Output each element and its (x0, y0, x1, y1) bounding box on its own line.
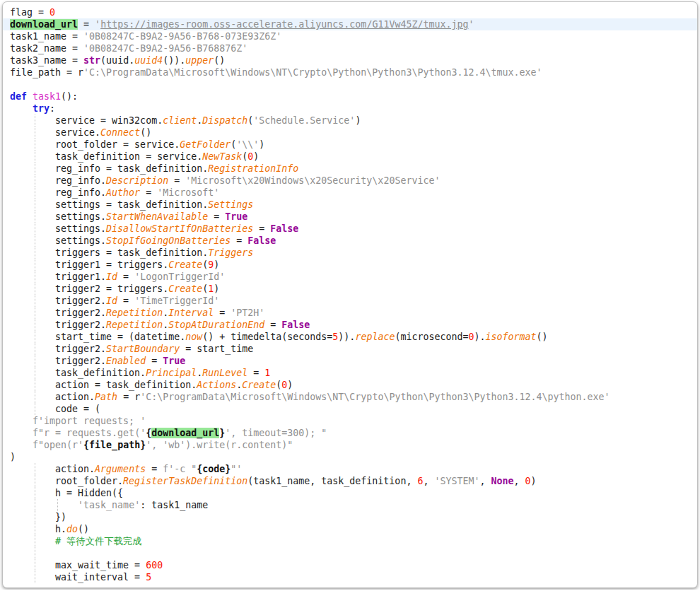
code-token-attr: Connect (100, 127, 140, 138)
code-token-string: 'PT2H' (231, 308, 264, 318)
code-token-plain: reg_info. (10, 175, 106, 186)
code-token-plain: flag = (10, 7, 49, 18)
code-token-plain: action. (10, 392, 95, 402)
code-token-plain: = (117, 271, 134, 282)
code-line: trigger2.Enabled = True (3, 355, 697, 367)
code-token-plain: ) (355, 115, 361, 126)
code-token-plain: () (78, 524, 89, 534)
code-token-builtin: None (491, 476, 514, 486)
code-token-attr: upper (185, 55, 214, 66)
code-token-number: 0 (469, 332, 474, 342)
code-token-plain: , (423, 476, 434, 486)
code-token-builtin: str (83, 55, 100, 66)
indent-guide (35, 499, 35, 511)
code-token-attr: isoformat (486, 332, 537, 342)
code-token-attr: Id (106, 296, 117, 306)
indent-guide (35, 259, 35, 271)
indent-guide (35, 355, 35, 367)
code-token-plain: () + timedelta(seconds= (202, 332, 332, 342)
code-line: settings.StopIfGoingOnBatteries = False (3, 235, 697, 247)
code-line: reg_info = task_definition.RegistrationI… (3, 163, 697, 175)
url-link[interactable]: https://images-room.oss-accelerate.aliyu… (100, 19, 468, 30)
code-line (3, 547, 697, 559)
code-token-plain: trigger2. (10, 356, 106, 366)
code-line: # 等待文件下载完成 (3, 535, 697, 547)
code-token-string: 'LogonTriggerId' (134, 271, 225, 282)
code-line: 'task_name': task1_name (3, 499, 697, 511)
code-token-string: '0B08247C-B9A2-9A56-B768-073E93Z6Z' (83, 31, 281, 42)
indent-guide (35, 403, 35, 415)
code-token-number: 5 (146, 572, 151, 583)
indent-guide (35, 187, 35, 199)
code-token-builtin: True (225, 211, 247, 222)
code-token-string: 'Schedule.Service' (253, 115, 355, 126)
code-token-attr: Create (242, 380, 276, 390)
code-token-attr: RegisterTaskDefinition (123, 476, 247, 486)
code-token-builtin: False (270, 223, 298, 234)
code-token-plain: task1_name = (10, 31, 83, 42)
code-token-comment: # 等待文件下载完成 (55, 536, 141, 546)
code-token-attr: Repetition (106, 308, 163, 318)
code-token-plain: reg_info. (10, 187, 106, 198)
code-token-plain: = (253, 223, 270, 234)
indent-guide (35, 211, 35, 223)
code-line: root_folder.RegisterTaskDefinition(task1… (3, 475, 697, 487)
code-token-plain: . (163, 320, 168, 330)
code-token-plain: trigger2. (10, 308, 106, 318)
code-token-attr: Interval (168, 308, 214, 318)
code-token-plain: ()). (163, 55, 185, 66)
code-token-plain: . (163, 308, 168, 318)
code-token-plain: = r (117, 392, 140, 402)
code-line: task3_name = str(uuid.uuid4()).upper() (3, 54, 697, 66)
code-line: start_time = (datetime.now() + timedelta… (3, 331, 697, 343)
code-token-attr: StopAtDurationEnd (168, 320, 264, 330)
indent-guide (35, 535, 35, 547)
code-line: task1_name = '0B08247C-B9A2-9A56-B768-07… (3, 30, 697, 42)
code-line: ) (3, 451, 697, 463)
code-token-plain: (task1_name, task_definition, (247, 476, 417, 486)
code-token-plain: = (214, 308, 231, 318)
code-token-attr: replace (355, 332, 395, 342)
code-editor[interactable]: flag = 0download_url = 'https://images-r… (3, 2, 697, 587)
code-token-plain: () (214, 55, 225, 66)
code-line: trigger1.Id = 'LogonTriggerId' (3, 271, 697, 283)
code-line: trigger2.Id = 'TimeTriggerId' (3, 295, 697, 307)
indent-guide (35, 139, 35, 151)
code-token-attr: NewTask (202, 151, 242, 162)
code-token-plain: action. (10, 464, 95, 474)
code-token-plain: wait_interval = (10, 572, 146, 583)
code-token-plain: = start_time (180, 344, 253, 354)
code-token-plain: () (537, 332, 548, 342)
indent-guide (35, 463, 35, 475)
code-token-string: "' (231, 464, 242, 474)
code-line: action = task_definition.Actions.Create(… (3, 379, 697, 391)
code-block: flag = 0download_url = 'https://images-r… (2, 1, 698, 588)
code-line: code = ( (3, 403, 697, 415)
code-token-plain: start_time = (datetime. (10, 332, 185, 342)
code-token-plain (10, 428, 33, 438)
code-line: wait_interval = 5 (3, 571, 697, 583)
code-token-keyword: try (33, 103, 49, 114)
code-token-attr: RunLevel (202, 368, 247, 378)
code-token-string: ' (95, 19, 100, 30)
code-token-plain: trigger2 = triggers. (10, 283, 168, 294)
code-token-plain: trigger2. (10, 296, 106, 306)
code-token-plain: service = win32com. (10, 115, 163, 126)
code-token-attr: uuid4 (134, 55, 163, 66)
code-line: settings.StartWhenAvailable = True (3, 211, 697, 223)
code-token-plain (10, 416, 33, 426)
code-token-plain: ) (214, 283, 219, 294)
indent-guide (35, 511, 35, 523)
indent-guide (35, 127, 35, 139)
highlighted-occurrence: download_url (151, 428, 219, 438)
code-token-builtin: True (163, 356, 185, 366)
indent-guide (35, 475, 35, 487)
code-token-plain: reg_info = task_definition. (10, 163, 208, 174)
code-line: trigger2.Repetition.Interval = 'PT2H' (3, 307, 697, 319)
code-token-attr: Repetition (106, 320, 163, 330)
code-line: reg_info.Description = 'Microsoft\x20Win… (3, 175, 697, 187)
code-token-plain: , (479, 476, 491, 486)
code-line: triggers = task_definition.Triggers (3, 247, 697, 259)
code-token-string: ' (468, 19, 474, 30)
code-line: flag = 0 (3, 6, 697, 18)
